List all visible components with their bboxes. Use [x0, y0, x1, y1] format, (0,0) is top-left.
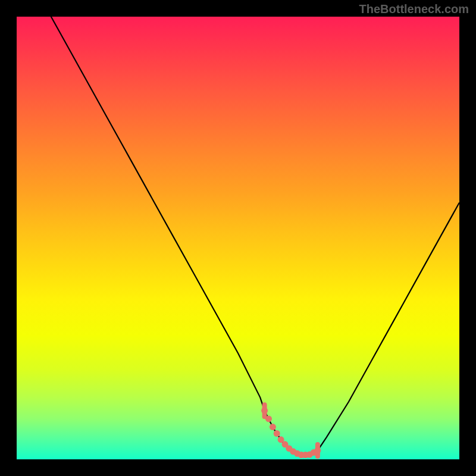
bottleneck-curve-path	[17, 17, 459, 455]
chart-plot-area	[17, 17, 459, 459]
marker-dot	[274, 430, 280, 437]
marker-region	[261, 402, 321, 459]
marker-end	[262, 402, 267, 419]
watermark-text: TheBottleneck.com	[359, 2, 469, 16]
marker-dot	[270, 424, 276, 430]
chart-svg	[17, 17, 459, 459]
marker-end	[315, 442, 320, 459]
